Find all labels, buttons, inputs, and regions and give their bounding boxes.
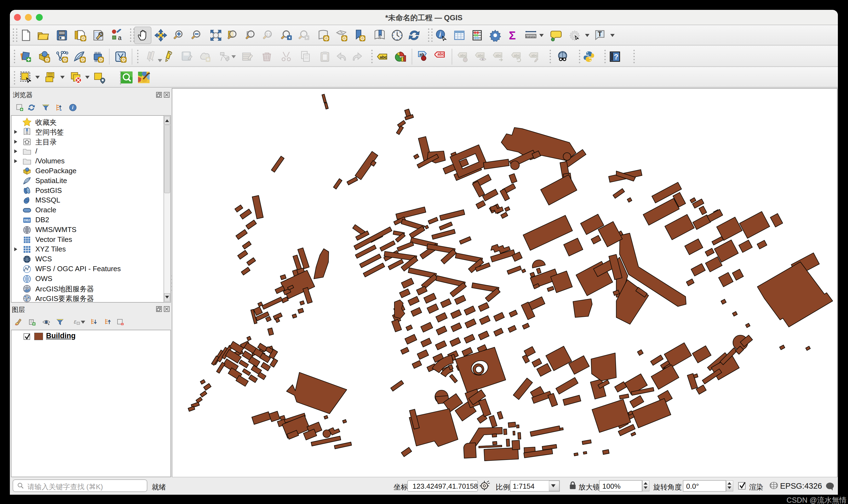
svg-text:Σ: Σ (509, 29, 516, 41)
svg-text:abc: abc (531, 53, 538, 57)
svg-text:abc: abc (478, 53, 484, 57)
svg-text:T: T (598, 30, 602, 38)
svg-text:ε: ε (74, 319, 77, 325)
svg-text:?: ? (614, 53, 618, 61)
svg-text:abc: abc (514, 53, 520, 57)
svg-text:i: i (439, 31, 441, 38)
svg-text:abc: abc (495, 53, 502, 57)
svg-text:a: a (118, 34, 122, 41)
svg-text:abc: abc (437, 52, 444, 56)
svg-text:DB2: DB2 (24, 219, 30, 222)
svg-text:abc: abc (380, 55, 387, 59)
svg-text:1:1: 1:1 (266, 33, 271, 36)
